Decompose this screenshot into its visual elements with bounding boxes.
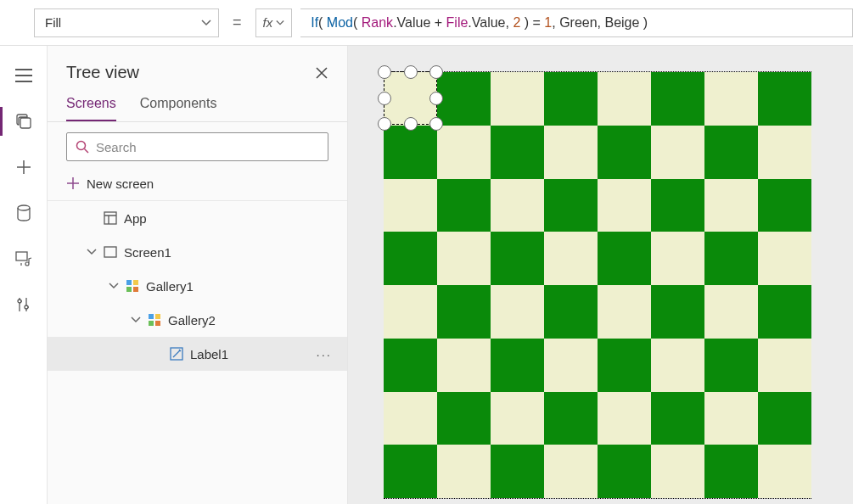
board-square[interactable] bbox=[651, 179, 704, 232]
board-square[interactable] bbox=[704, 232, 758, 285]
resize-handle[interactable] bbox=[378, 117, 391, 131]
chevron-down-icon[interactable] bbox=[109, 281, 119, 291]
tree-item[interactable]: Label1··· bbox=[48, 337, 347, 371]
board-square[interactable] bbox=[651, 232, 704, 285]
search-input[interactable]: Search bbox=[66, 132, 328, 161]
close-icon[interactable] bbox=[315, 66, 328, 80]
board-square[interactable] bbox=[598, 392, 651, 445]
board-square[interactable] bbox=[598, 232, 651, 285]
board-square[interactable] bbox=[598, 72, 651, 126]
tools-icon[interactable] bbox=[14, 295, 33, 314]
tree-view-icon[interactable] bbox=[14, 112, 33, 131]
board-square[interactable] bbox=[491, 392, 544, 445]
board-square[interactable] bbox=[544, 392, 598, 445]
board-square[interactable] bbox=[758, 392, 811, 445]
board-square[interactable] bbox=[384, 285, 437, 339]
tree-item[interactable]: Screen1 bbox=[48, 235, 347, 269]
tab-screens[interactable]: Screens bbox=[66, 96, 116, 121]
property-select[interactable]: Fill bbox=[34, 8, 219, 37]
board-square[interactable] bbox=[758, 285, 811, 339]
chevron-down-icon[interactable] bbox=[87, 247, 97, 257]
board-square[interactable] bbox=[598, 339, 651, 392]
board-square[interactable] bbox=[651, 445, 704, 498]
board-square[interactable] bbox=[544, 232, 598, 285]
resize-handle[interactable] bbox=[378, 65, 391, 79]
board-square[interactable] bbox=[598, 126, 651, 179]
resize-handle[interactable] bbox=[404, 117, 418, 131]
board-square[interactable] bbox=[491, 285, 544, 339]
board-square[interactable] bbox=[491, 339, 544, 392]
resize-handle[interactable] bbox=[429, 65, 443, 79]
board-square[interactable] bbox=[704, 339, 758, 392]
board-square[interactable] bbox=[384, 339, 437, 392]
board-square[interactable] bbox=[758, 445, 811, 498]
resize-handle[interactable] bbox=[404, 65, 418, 79]
board-square[interactable] bbox=[491, 179, 544, 232]
board-square[interactable] bbox=[437, 392, 491, 445]
board-square[interactable] bbox=[598, 445, 651, 498]
board-square[interactable] bbox=[704, 285, 758, 339]
board-square[interactable] bbox=[704, 445, 758, 498]
formula-token: , bbox=[506, 15, 513, 31]
board-square[interactable] bbox=[758, 72, 811, 126]
board-square[interactable] bbox=[384, 392, 437, 445]
tree-items: New screen AppScreen1Gallery1Gallery2Lab… bbox=[48, 166, 347, 504]
fx-dropdown[interactable]: fx bbox=[255, 8, 293, 37]
board-square[interactable] bbox=[437, 339, 491, 392]
board-square[interactable] bbox=[704, 179, 758, 232]
media-icon[interactable] bbox=[14, 249, 33, 268]
board-square[interactable] bbox=[437, 72, 491, 126]
board-square[interactable] bbox=[704, 126, 758, 179]
board-square[interactable] bbox=[384, 179, 437, 232]
board-square[interactable] bbox=[491, 445, 544, 498]
board-square[interactable] bbox=[598, 179, 651, 232]
board-square[interactable] bbox=[437, 445, 491, 498]
tab-components[interactable]: Components bbox=[140, 96, 217, 121]
more-icon[interactable]: ··· bbox=[316, 347, 332, 361]
canvas[interactable] bbox=[348, 46, 853, 504]
resize-handle[interactable] bbox=[429, 117, 443, 131]
board-square[interactable] bbox=[651, 339, 704, 392]
board-square[interactable] bbox=[384, 126, 437, 179]
board-square[interactable] bbox=[544, 285, 598, 339]
board-square[interactable] bbox=[758, 339, 811, 392]
chevron-down-icon[interactable] bbox=[131, 315, 141, 325]
resize-handle[interactable] bbox=[429, 92, 443, 105]
board-square[interactable] bbox=[758, 126, 811, 179]
hamburger-icon[interactable] bbox=[14, 66, 33, 85]
board-square[interactable] bbox=[384, 445, 437, 498]
board-square[interactable] bbox=[437, 179, 491, 232]
tree-item[interactable]: Gallery1 bbox=[48, 269, 347, 303]
board-square[interactable] bbox=[651, 72, 704, 126]
board-square[interactable] bbox=[651, 285, 704, 339]
board-square[interactable] bbox=[544, 179, 598, 232]
board-square[interactable] bbox=[437, 232, 491, 285]
board-square[interactable] bbox=[651, 392, 704, 445]
board-square[interactable] bbox=[437, 126, 491, 179]
board-square[interactable] bbox=[544, 339, 598, 392]
board-square[interactable] bbox=[491, 232, 544, 285]
board-square[interactable] bbox=[598, 285, 651, 339]
board-square[interactable] bbox=[491, 126, 544, 179]
board-square[interactable] bbox=[544, 445, 598, 498]
new-screen-label: New screen bbox=[87, 176, 154, 191]
board-square[interactable] bbox=[704, 72, 758, 126]
board-square[interactable] bbox=[651, 126, 704, 179]
board-square[interactable] bbox=[758, 232, 811, 285]
gallery-icon bbox=[126, 279, 139, 293]
tree-item[interactable]: App bbox=[48, 201, 347, 235]
board-square[interactable] bbox=[544, 72, 598, 126]
data-icon[interactable] bbox=[14, 204, 33, 222]
board-square[interactable] bbox=[544, 126, 598, 179]
formula-input[interactable]: If( Mod( Rank.Value + File.Value, 2 ) = … bbox=[300, 8, 853, 37]
board-square[interactable] bbox=[704, 392, 758, 445]
tree-item[interactable]: Gallery2 bbox=[48, 303, 347, 337]
board-square[interactable] bbox=[437, 285, 491, 339]
board-square[interactable] bbox=[758, 179, 811, 232]
new-screen-button[interactable]: New screen bbox=[48, 166, 347, 200]
board-square[interactable] bbox=[384, 232, 437, 285]
resize-handle[interactable] bbox=[378, 92, 391, 105]
plus-icon[interactable] bbox=[14, 158, 33, 176]
board-square[interactable] bbox=[491, 72, 544, 126]
selection-outline[interactable] bbox=[384, 71, 437, 125]
